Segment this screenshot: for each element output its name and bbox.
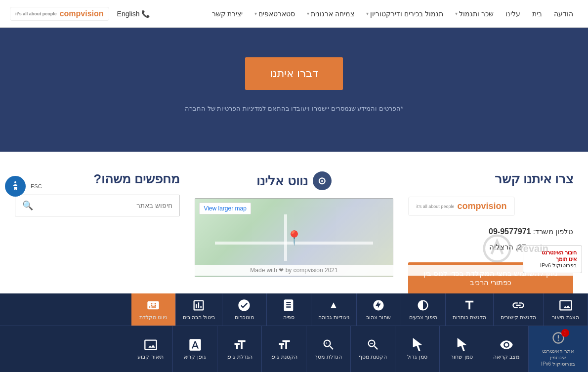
revain-logo[interactable]: Revain [482, 234, 548, 263]
nav-item-hodaa[interactable]: הודעה [549, 7, 578, 21]
startups-label: סטארטאפים [258, 10, 295, 18]
a11y-cursor[interactable]: סמן שחור [440, 326, 484, 372]
nav-item-startups[interactable]: סטארטאפים ▾ [250, 7, 300, 21]
navigate-title: ⊙ נווט אלינו [195, 171, 393, 190]
org-label: צמיחה ארגונית [311, 10, 354, 18]
navigate-section: ⊙ נווט אלינו 📍 View larger map [195, 171, 393, 277]
accessibility-icon [9, 180, 21, 192]
accessibility-toolbar-row1: הצגת תיאור הדגשת קישורים הדגשת כותרות הי… [0, 293, 588, 326]
compvision-logo: compvision [457, 201, 506, 211]
a11y-magnify-text[interactable]: הקטנת מסף [351, 326, 395, 372]
accessibility-toolbar-row2: ! אתר האינטרנטאינו זמיןבפרוטוקול IPv6 מצ… [0, 326, 588, 372]
create-label: יצירת קשר [212, 10, 243, 18]
nav-item-org[interactable]: צמיחה ארגונית ▾ [302, 7, 359, 21]
a11y-enlarge-text[interactable]: הגדלת מסך [306, 326, 351, 372]
a11y-cancel-beh[interactable]: ביטול הבהובים [176, 293, 222, 326]
a11y-highlight-links[interactable]: הדגשת קישורים [494, 293, 544, 326]
nav-item-about[interactable]: עלינו [501, 7, 525, 21]
a11y-big-font[interactable]: הגדלת גופן [217, 326, 262, 372]
compvision-tagline: it's all about people [417, 204, 455, 209]
ipv6-label: אתר האינטרנטאינו זמיןבפרוטוקול IPv6 [541, 348, 575, 367]
english-label: English [117, 10, 140, 18]
accessibility-toolbar: הצגת תיאור הדגשת קישורים הדגשת כותרות הי… [0, 293, 588, 372]
a11y-image-desc[interactable]: תיאור קבוע [128, 326, 173, 372]
chevron-down-icon: ▾ [307, 11, 309, 16]
ipv6-indicator: ! [551, 331, 565, 346]
ipv6-badge: ! [561, 329, 569, 337]
a11y-gray[interactable]: שחור צהוב [357, 293, 401, 326]
search-box: 🔍 [15, 195, 180, 216]
about-label: עלינו [505, 10, 520, 18]
hero-cta-button[interactable]: דברו איתנו [245, 57, 343, 90]
a11y-highlight-headings[interactable]: הדגשת כותרות [446, 293, 494, 326]
a11y-flip-colors[interactable]: היפוך צבעים [401, 293, 446, 326]
home-label: בית [532, 10, 542, 18]
nav-links: הודעה בית עלינו שכר ותגמול ▾ תגמול בכירי… [207, 7, 578, 21]
map-pin-icon: 📍 [286, 230, 303, 246]
chevron-down-icon: ▾ [366, 11, 369, 16]
a11y-read-mode[interactable]: מצב קריאה [484, 326, 529, 372]
revain-label: Revain [516, 243, 548, 254]
search-section: מחפשים משהו? 🔍 [15, 171, 180, 216]
rewards-label: תגמול בכירים ודירקטוריון [370, 10, 443, 18]
nav-item-rewards[interactable]: תגמול בכירים ודירקטוריון ▾ [361, 7, 448, 21]
navbar: הודעה בית עלינו שכר ותגמול ▾ תגמול בכירי… [0, 0, 588, 28]
phone-icon: 📞 [141, 10, 150, 18]
a11y-ipv6-warn[interactable]: ! אתר האינטרנטאינו זמיןבפרוטוקול IPv6 [529, 326, 588, 372]
logo-tagline: it's all about people [15, 11, 57, 16]
reward-label: שכר ותגמול [459, 10, 494, 18]
language-switcher[interactable]: 📞 English [117, 10, 150, 18]
nav-item-home[interactable]: בית [527, 7, 547, 21]
a11y-keyboard-nav[interactable]: ניווט מקלדת [131, 293, 176, 326]
search-button[interactable]: 🔍 [15, 195, 40, 216]
hero-section: דברו איתנו *הפרטים והמידע שנמסרים יישמרו… [0, 28, 588, 152]
a11y-big-cursor[interactable]: סמן גדול [395, 326, 440, 372]
a11y-reading[interactable]: ספיה [267, 293, 311, 326]
navbar-logo: compvision it's all about people [10, 7, 109, 21]
made-with-label: Made with ❤ by compvision 2021 [0, 265, 588, 276]
chevron-down-icon: ▾ [455, 11, 458, 16]
nav-item-create[interactable]: יצירת קשר [207, 7, 248, 21]
contact-logo-box: compvision it's all about people [408, 197, 515, 216]
esc-label: ESC [29, 182, 44, 190]
contact-logo: compvision it's all about people [408, 197, 573, 216]
contact-title: צרו איתנו קשר [408, 171, 573, 187]
nav-item-reward[interactable]: שכר ותגמול ▾ [450, 7, 499, 21]
hero-disclaimer: *הפרטים והמידע שנמסרים יישמרו ויעובדו בה… [185, 105, 403, 112]
a11y-high-contrast[interactable]: ניגודיות גבוהה [311, 293, 357, 326]
main-content: צרו איתנו קשר compvision it's all about … [0, 152, 588, 314]
revain-icon [482, 234, 512, 263]
logo-name: compvision [60, 9, 104, 18]
search-input[interactable] [40, 196, 179, 215]
hodaa-label: הודעה [554, 10, 573, 18]
navigate-icon-circle: ⊙ [313, 171, 332, 190]
map-view-link[interactable]: View larger map [199, 203, 251, 214]
a11y-display-image[interactable]: הצגת תיאור [544, 293, 588, 326]
accessibility-float-button[interactable] [5, 176, 26, 197]
a11y-readable-font[interactable]: גופן קריא [173, 326, 217, 372]
a11y-small-font[interactable]: הקטנת גופן [262, 326, 306, 372]
a11y-monochrome[interactable]: מונוכרום [222, 293, 267, 326]
navbar-right: 📞 English compvision it's all about peop… [10, 7, 150, 21]
chevron-down-icon: ▾ [254, 11, 257, 16]
